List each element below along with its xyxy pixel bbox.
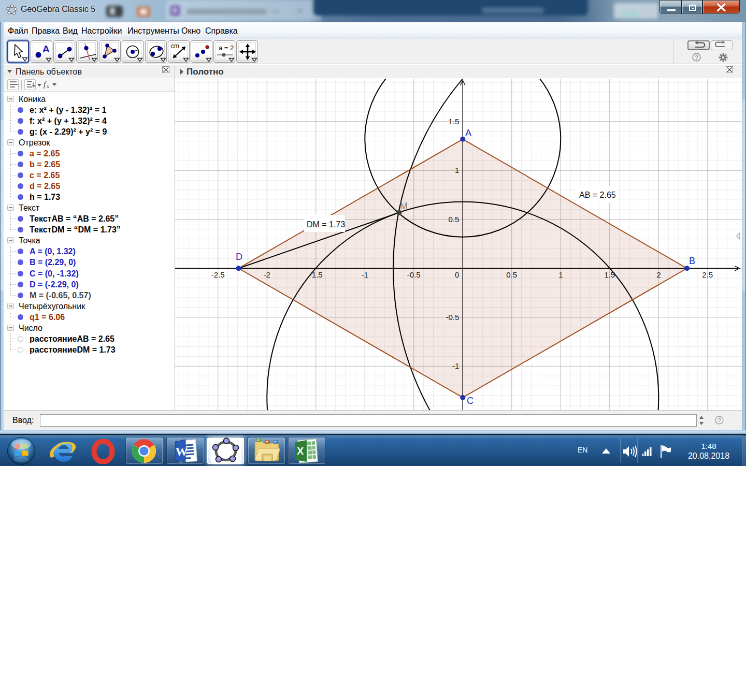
svg-text:1.5: 1.5: [448, 117, 459, 126]
svg-text:1: 1: [558, 270, 563, 279]
svg-text:x: x: [46, 83, 49, 89]
svg-text:-2: -2: [264, 270, 270, 279]
svg-text:0.5: 0.5: [448, 215, 459, 224]
svg-text:cm: cm: [171, 42, 179, 50]
svg-text:?: ?: [695, 54, 698, 61]
svg-text:DM = 1.73: DM = 1.73: [307, 220, 345, 229]
svg-text:1: 1: [455, 166, 459, 174]
svg-text:2: 2: [656, 270, 661, 279]
svg-text:D: D: [236, 252, 242, 262]
svg-text:M: M: [400, 201, 408, 211]
svg-text:A: A: [42, 43, 50, 54]
svg-text:-1.5: -1.5: [309, 270, 323, 279]
svg-text:-1: -1: [452, 361, 459, 370]
svg-text:?: ?: [718, 417, 721, 424]
svg-text:-0.5: -0.5: [446, 313, 459, 322]
svg-text:-2.5: -2.5: [211, 270, 225, 279]
svg-text:0: 0: [455, 270, 459, 279]
svg-text:B: B: [689, 256, 695, 266]
svg-text:X: X: [297, 445, 304, 457]
svg-text:AB = 2.65: AB = 2.65: [579, 191, 616, 199]
svg-text:W: W: [176, 445, 188, 458]
svg-text:a = 2: a = 2: [219, 44, 234, 52]
svg-text:A: A: [465, 128, 471, 138]
svg-text:0.5: 0.5: [506, 270, 517, 279]
svg-text:-1: -1: [362, 270, 368, 279]
svg-text:-0.5: -0.5: [407, 270, 421, 279]
svg-text:2.5: 2.5: [702, 270, 713, 279]
svg-text:C: C: [467, 396, 474, 406]
svg-text:1.5: 1.5: [604, 270, 615, 279]
